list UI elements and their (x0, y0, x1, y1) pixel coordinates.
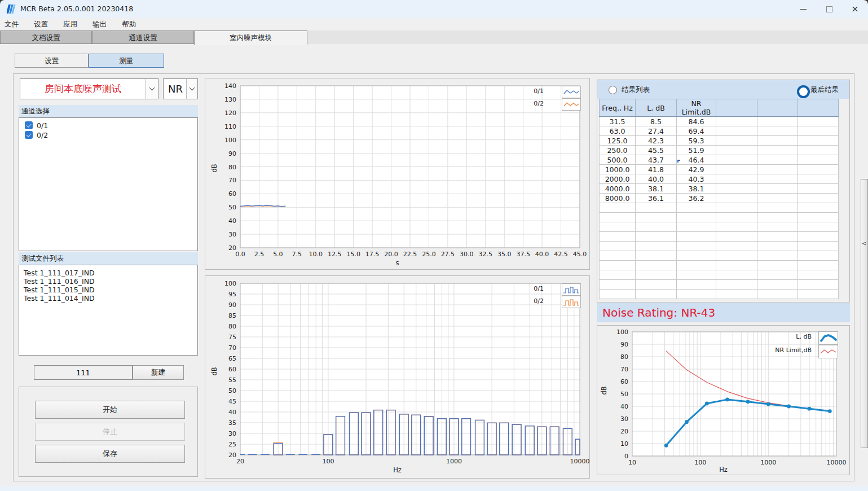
table-row[interactable]: 2000.040.040.3 (600, 174, 839, 184)
table-row[interactable]: 500.043.746.4 (600, 155, 839, 165)
svg-text:40.0: 40.0 (535, 251, 549, 258)
table-row[interactable]: 1000.041.842.9 (600, 165, 839, 174)
legend-label-ch1: 0/1 (499, 87, 544, 95)
file-tag-input[interactable] (34, 365, 133, 380)
table-row[interactable] (600, 213, 839, 222)
chevron-down-icon (190, 85, 195, 91)
nr-curve-plot: 101001000100000102030405060708090100 (597, 326, 851, 476)
table-row[interactable]: 4000.038.138.1 (600, 184, 839, 194)
table-row[interactable] (600, 290, 839, 299)
table-row[interactable]: 63.027.469.4 (600, 126, 839, 136)
svg-text:90: 90 (228, 150, 236, 157)
svg-text:22.5: 22.5 (403, 251, 417, 258)
table-header-cell (716, 99, 757, 117)
close-button[interactable]: × (842, 0, 868, 18)
svg-text:12.5: 12.5 (328, 251, 342, 258)
svg-text:40: 40 (620, 403, 628, 410)
list-item[interactable]: Test 1_111_015_IND (24, 286, 95, 294)
subtab-settings[interactable]: 设置 (15, 54, 89, 68)
table-row[interactable] (600, 203, 839, 213)
table-row[interactable] (600, 280, 839, 290)
rating-type-dropdown-button[interactable] (186, 79, 197, 99)
maximize-button[interactable] (816, 0, 842, 18)
tab-document-settings[interactable]: 文档设置 (0, 30, 92, 44)
svg-text:40: 40 (228, 217, 236, 225)
table-row[interactable]: 31.58.584.6 (600, 117, 839, 126)
svg-text:60: 60 (620, 378, 628, 385)
svg-text:1000: 1000 (446, 458, 462, 465)
last-result-label: 最后结果 (810, 85, 839, 95)
svg-text:35.0: 35.0 (497, 251, 512, 258)
rating-type-combobox[interactable]: NR (163, 78, 198, 99)
table-row[interactable] (600, 222, 839, 232)
channel-listbox[interactable]: 0/1 0/2 (19, 117, 198, 251)
legend-line-ch1[interactable] (562, 86, 581, 98)
test-name-value: 房间本底噪声测试 (20, 79, 146, 99)
svg-text:130: 130 (224, 96, 236, 103)
table-row[interactable]: 125.042.359.3 (600, 136, 839, 146)
menu-help[interactable]: 帮助 (122, 18, 136, 31)
last-result-radio[interactable] (797, 85, 810, 98)
tab-indoor-noise-module[interactable]: 室内噪声模块 (194, 30, 307, 45)
subtab-measure[interactable]: 测量 (89, 54, 164, 68)
svg-text:45: 45 (228, 398, 236, 405)
legend-line-nr-limit[interactable] (818, 345, 838, 358)
channel-2-checkbox[interactable] (25, 131, 33, 139)
result-list-label: 结果列表 (622, 85, 650, 95)
rating-type-value: NR (168, 79, 183, 99)
menu-file[interactable]: 文件 (5, 18, 19, 31)
table-row[interactable] (600, 232, 839, 242)
table-row[interactable] (600, 251, 839, 261)
new-file-button[interactable]: 新建 (133, 365, 184, 380)
svg-text:90: 90 (228, 301, 236, 309)
list-item[interactable]: Test 1_111_016_IND (24, 277, 95, 286)
test-name-combobox[interactable]: 房间本底噪声测试 (20, 78, 158, 99)
chevron-down-icon (149, 85, 155, 91)
svg-text:42.5: 42.5 (554, 251, 568, 258)
menu-apply[interactable]: 应用 (63, 18, 77, 31)
svg-text:5.0: 5.0 (273, 251, 283, 258)
menu-output[interactable]: 输出 (92, 18, 107, 31)
svg-text:70: 70 (228, 177, 236, 184)
svg-text:120: 120 (224, 109, 236, 117)
channel-1-label: 0/1 (37, 121, 48, 130)
svg-text:95: 95 (228, 291, 236, 298)
list-item[interactable]: Test 1_111_017_IND (24, 269, 95, 277)
legend-bars-ch2[interactable] (562, 296, 581, 308)
table-row[interactable] (600, 261, 839, 270)
svg-text:100: 100 (322, 458, 334, 465)
channel-1-checkbox[interactable] (25, 121, 33, 129)
svg-text:7.5: 7.5 (292, 251, 302, 258)
svg-text:37.5: 37.5 (516, 251, 530, 258)
svg-text:100: 100 (224, 280, 236, 287)
collapse-panel-icon: < (862, 240, 866, 247)
legend-line-level[interactable] (818, 331, 838, 345)
table-header-cell: NR Limit,dB (677, 99, 716, 117)
svg-text:17.5: 17.5 (365, 251, 380, 258)
start-button[interactable]: 开始 (35, 401, 185, 419)
svg-text:25.0: 25.0 (422, 251, 436, 258)
svg-text:20: 20 (228, 451, 236, 459)
test-file-listbox[interactable]: Test 1_111_017_IND Test 1_111_016_IND Te… (19, 265, 198, 356)
list-item[interactable]: Test 1_111_014_IND (24, 294, 95, 303)
tab-channel-settings[interactable]: 通道设置 (92, 30, 194, 44)
table-row[interactable] (600, 242, 839, 251)
main-tab-bar: 文档设置 通道设置 室内噪声模块 (0, 30, 868, 44)
table-row[interactable] (600, 270, 839, 280)
minimize-button[interactable] (790, 0, 816, 18)
result-list-radio[interactable] (609, 86, 617, 94)
legend-line-ch2[interactable] (562, 98, 581, 111)
table-row[interactable]: 8000.036.136.2 (600, 194, 839, 203)
maximize-icon (826, 6, 832, 12)
svg-text:75: 75 (228, 334, 236, 341)
legend-bars-ch1[interactable] (562, 283, 581, 296)
collapse-panel-handle[interactable]: < (861, 179, 868, 448)
svg-text:40: 40 (228, 409, 236, 416)
save-button[interactable]: 保存 (35, 445, 185, 463)
app-window: MCR Beta 2.05.0.001 20230418 × 文件 设置 应用 … (0, 0, 868, 491)
legend-label-ch2: 0/2 (499, 100, 544, 107)
line-series-icon (563, 99, 580, 109)
table-row[interactable]: 250.045.551.9 (600, 146, 839, 155)
test-name-dropdown-button[interactable] (146, 79, 158, 99)
menu-settings[interactable]: 设置 (34, 18, 48, 31)
